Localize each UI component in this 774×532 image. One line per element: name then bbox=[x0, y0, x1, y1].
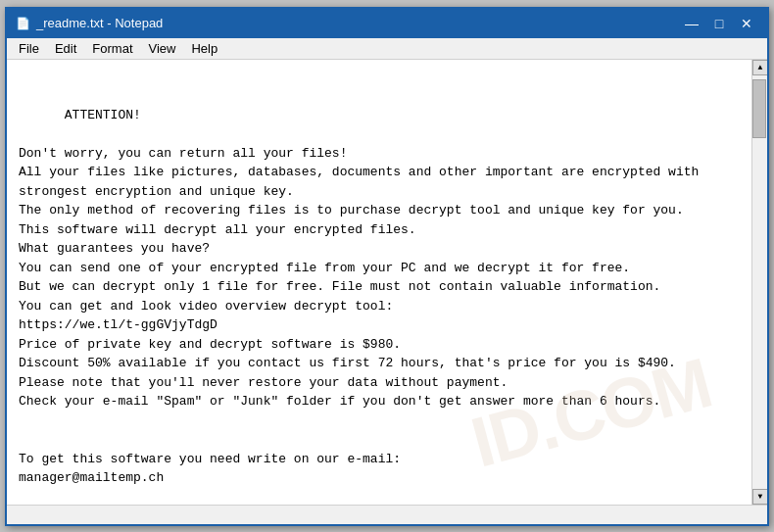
window-title: _readme.txt - Notepad bbox=[36, 16, 163, 30]
title-bar-left: 📄 _readme.txt - Notepad bbox=[15, 16, 163, 31]
minimize-button[interactable]: — bbox=[679, 13, 704, 34]
watermark: ID.COM bbox=[460, 329, 721, 495]
content-area: ID.COM ATTENTION! Don't worry, you can r… bbox=[7, 60, 767, 505]
status-bar bbox=[7, 505, 767, 524]
maximize-button[interactable]: □ bbox=[706, 13, 732, 34]
close-button[interactable]: ✕ bbox=[734, 13, 759, 34]
notepad-window: 📄 _readme.txt - Notepad — □ ✕ File Edit … bbox=[5, 7, 769, 526]
text-editor[interactable]: ID.COM ATTENTION! Don't worry, you can r… bbox=[7, 60, 751, 505]
menu-file[interactable]: File bbox=[11, 39, 47, 58]
menu-format[interactable]: Format bbox=[84, 39, 140, 58]
title-bar: 📄 _readme.txt - Notepad — □ ✕ bbox=[7, 9, 767, 38]
scrollbar[interactable]: ▲ ▼ bbox=[751, 60, 767, 505]
document-text: ATTENTION! Don't worry, you can return a… bbox=[19, 108, 699, 505]
app-icon: 📄 bbox=[15, 16, 30, 31]
scrollbar-track[interactable] bbox=[752, 75, 767, 489]
scroll-up-button[interactable]: ▲ bbox=[752, 60, 767, 75]
menu-bar: File Edit Format View Help bbox=[7, 38, 767, 60]
title-bar-controls: — □ ✕ bbox=[679, 13, 759, 34]
scroll-down-button[interactable]: ▼ bbox=[752, 489, 767, 505]
menu-help[interactable]: Help bbox=[183, 39, 225, 58]
menu-edit[interactable]: Edit bbox=[47, 39, 84, 58]
menu-view[interactable]: View bbox=[141, 39, 184, 58]
scrollbar-thumb[interactable] bbox=[752, 79, 766, 138]
